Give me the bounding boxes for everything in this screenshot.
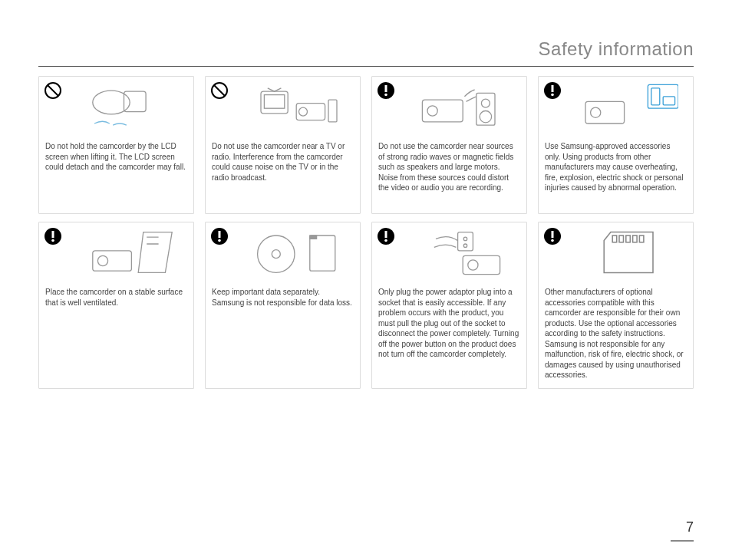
svg-rect-22 — [585, 101, 625, 124]
caution-icon — [377, 227, 395, 245]
svg-rect-28 — [52, 231, 54, 238]
svg-point-13 — [384, 94, 387, 97]
card-illustration — [39, 77, 193, 137]
svg-rect-37 — [309, 236, 335, 271]
safety-card: Do not use the camcorder near a TV or ra… — [205, 76, 361, 214]
svg-point-31 — [97, 255, 107, 265]
safety-card: Use Samsung-approved accessories only. U… — [538, 76, 694, 214]
page-number: 7 — [686, 519, 694, 535]
page: Safety information Do not hold the camco… — [0, 0, 732, 560]
sd-card-illustration — [566, 227, 688, 278]
svg-rect-14 — [422, 100, 463, 122]
plug-illustration — [400, 227, 522, 278]
speaker-illustration — [400, 81, 522, 132]
svg-point-45 — [467, 260, 477, 270]
card-text: Use Samsung-approved accessories only. U… — [539, 137, 693, 213]
header-rule — [38, 66, 694, 67]
safety-card: Do not hold the camcorder by the LCD scr… — [38, 76, 194, 214]
tv-radio-illustration — [233, 81, 355, 132]
svg-point-36 — [272, 250, 280, 259]
svg-point-15 — [427, 106, 437, 116]
svg-point-29 — [51, 239, 54, 242]
svg-rect-50 — [619, 236, 624, 242]
svg-rect-44 — [463, 255, 500, 274]
surface-illustration — [67, 227, 189, 278]
card-illustration — [372, 222, 526, 282]
safety-card: Only plug the power adaptor plug into a … — [371, 222, 527, 389]
svg-line-1 — [48, 85, 58, 96]
svg-rect-25 — [663, 97, 674, 105]
svg-rect-30 — [92, 251, 131, 271]
svg-point-42 — [463, 237, 467, 240]
card-text: Place the camcorder on a stable surface … — [39, 282, 193, 387]
card-illustration — [39, 222, 193, 282]
svg-point-40 — [384, 239, 387, 242]
svg-rect-16 — [476, 93, 494, 125]
card-text: Only plug the power adaptor plug into a … — [372, 282, 526, 387]
svg-point-43 — [463, 244, 467, 247]
svg-rect-39 — [385, 231, 387, 238]
svg-point-21 — [551, 94, 554, 97]
svg-point-48 — [551, 239, 554, 242]
card-text: Do not hold the camcorder by the LCD scr… — [39, 137, 193, 213]
svg-point-18 — [480, 111, 491, 123]
prohibit-icon — [44, 81, 62, 100]
caution-icon — [543, 227, 562, 245]
card-illustration — [539, 77, 693, 137]
safety-card: Other manufacturers of optional accessor… — [538, 222, 694, 389]
prohibit-icon — [210, 81, 229, 100]
caution-icon — [210, 227, 229, 245]
svg-rect-7 — [264, 95, 284, 109]
disc-card-illustration — [233, 227, 355, 278]
card-text: Do not use the camcorder near sources of… — [372, 137, 526, 213]
safety-card: Place the camcorder on a stable surface … — [38, 222, 194, 389]
svg-rect-52 — [632, 236, 637, 242]
page-header: Safety information — [38, 38, 694, 60]
page-title: Safety information — [539, 38, 694, 59]
card-text: Keep important data separately. Samsung … — [206, 282, 360, 387]
svg-point-23 — [590, 107, 600, 117]
svg-point-9 — [298, 107, 307, 116]
page-number-rule — [671, 540, 694, 542]
safety-grid: Do not hold the camcorder by the LCD scr… — [38, 76, 694, 389]
card-illustration — [372, 77, 526, 137]
caution-icon — [543, 81, 562, 100]
caution-icon — [44, 227, 62, 245]
svg-rect-12 — [385, 85, 387, 92]
svg-rect-41 — [457, 232, 473, 251]
card-illustration — [206, 77, 360, 137]
svg-point-35 — [257, 236, 294, 272]
svg-rect-51 — [625, 236, 630, 242]
svg-rect-24 — [651, 88, 659, 105]
card-text: Other manufacturers of optional accessor… — [539, 282, 693, 388]
svg-point-34 — [218, 239, 221, 242]
svg-rect-8 — [296, 104, 325, 120]
svg-rect-20 — [552, 85, 554, 92]
safety-card: Do not use the camcorder near sources of… — [371, 76, 527, 214]
safety-card: Keep important data separately. Samsung … — [205, 222, 361, 389]
svg-rect-49 — [612, 236, 617, 242]
card-text: Do not use the camcorder near a TV or ra… — [206, 137, 360, 213]
camcorder-lcd-illustration — [67, 81, 189, 132]
caution-icon — [377, 81, 395, 100]
svg-line-5 — [214, 85, 225, 96]
svg-rect-53 — [639, 236, 644, 242]
svg-rect-10 — [328, 100, 337, 122]
svg-rect-47 — [552, 231, 554, 238]
accessories-illustration — [566, 81, 688, 132]
svg-rect-33 — [219, 231, 221, 238]
card-illustration — [539, 222, 693, 282]
svg-point-17 — [481, 99, 490, 107]
card-illustration — [206, 222, 360, 282]
